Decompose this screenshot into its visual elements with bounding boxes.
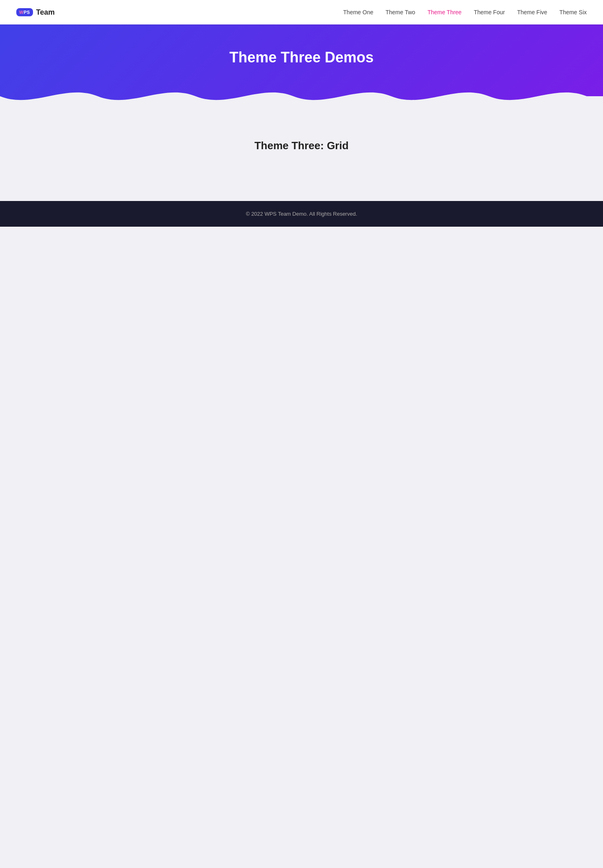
logo-text: Team xyxy=(36,8,55,17)
section-title: Theme Three: Grid xyxy=(8,139,595,152)
logo[interactable]: WPS Team xyxy=(16,8,55,17)
nav-item-theme-five[interactable]: Theme Five xyxy=(517,9,547,15)
grid-section: Theme Three: Grid xyxy=(0,115,603,201)
logo-badge: WPS xyxy=(16,8,33,16)
footer-text: © 2022 WPS Team Demo. All Rights Reserve… xyxy=(246,211,357,217)
header: WPS Team Theme OneTheme TwoTheme ThreeTh… xyxy=(0,0,603,24)
nav-item-theme-six[interactable]: Theme Six xyxy=(559,9,587,15)
footer: © 2022 WPS Team Demo. All Rights Reserve… xyxy=(0,201,603,227)
nav-item-theme-three[interactable]: Theme Three xyxy=(427,9,462,15)
nav-item-theme-two[interactable]: Theme Two xyxy=(385,9,415,15)
hero-section: Theme Three Demos xyxy=(0,24,603,115)
nav-item-theme-four[interactable]: Theme Four xyxy=(474,9,505,15)
hero-wave xyxy=(0,83,603,115)
nav-item-theme-one[interactable]: Theme One xyxy=(343,9,373,15)
main-nav: Theme OneTheme TwoTheme ThreeTheme FourT… xyxy=(343,9,587,15)
hero-title: Theme Three Demos xyxy=(8,49,595,66)
